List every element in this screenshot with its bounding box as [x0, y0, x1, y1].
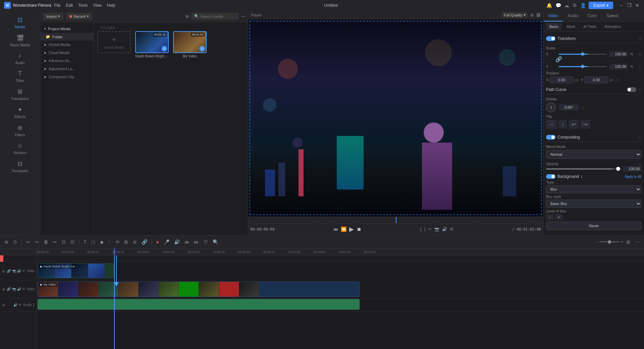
scale-y-value[interactable] [609, 64, 628, 69]
opacity-diamond[interactable]: ◇ [638, 161, 641, 166]
audio1-eye-icon[interactable]: 👁 [18, 303, 22, 307]
track-video1-add[interactable]: ⊕ [2, 287, 5, 292]
track2-vol-icon[interactable]: 🔊 [17, 269, 21, 273]
link-button[interactable]: 🔗 [140, 238, 149, 246]
import-thumb[interactable]: + Import Media [97, 31, 131, 53]
blend-mode-select[interactable]: Normal Dissolve Multiply Screen Overlay [546, 150, 641, 159]
scale-y-diamond[interactable]: ◇ [638, 64, 641, 69]
audio1-vol-icon[interactable]: 🔊 [13, 303, 17, 307]
maximize-button[interactable]: ❐ [627, 3, 632, 8]
speed-button[interactable]: ⏱ [202, 238, 210, 246]
rotate-dial[interactable] [546, 102, 556, 112]
trim-button[interactable]: ⊞ [122, 238, 130, 246]
crop-button[interactable]: ◻ [90, 238, 97, 246]
tab-titles[interactable]: T Titles [0, 67, 40, 85]
sidebar-item-compound-clip[interactable]: ▶ Compound Clip [40, 73, 94, 81]
import-button[interactable]: Import ▾ [43, 13, 63, 20]
record-voice-button[interactable]: 🎤 [162, 238, 171, 246]
scale-x-slider[interactable] [559, 54, 606, 55]
transform-toggle[interactable] [546, 36, 555, 41]
delete-button[interactable]: 🗑 [42, 238, 50, 246]
undo-button[interactable]: ↩ [24, 238, 32, 246]
track-row-video1[interactable]: ▶ My Video [37, 280, 644, 298]
menu-edit[interactable]: Edit [66, 3, 73, 8]
sidebar-item-cloud-media[interactable]: ▶ Cloud Media [40, 49, 94, 57]
tab-templates[interactable]: ⊟ Templates [0, 157, 40, 176]
bokeh-thumb[interactable]: 00:00:15 ✓ [135, 31, 169, 53]
opacity-value[interactable] [623, 166, 641, 171]
snapshot-icon[interactable]: 📷 [434, 227, 439, 232]
reset-button[interactable]: Reset [546, 221, 641, 230]
zoom-out-tl-button[interactable]: 🔍 [211, 238, 220, 246]
transform-diamond[interactable]: ◇ [638, 36, 641, 41]
mark-in-icon[interactable]: { [420, 227, 422, 232]
zoom-minus-icon[interactable]: − [596, 240, 598, 244]
track-row-audio1[interactable] [37, 298, 644, 312]
apply-all-button[interactable]: Apply to All [625, 175, 641, 179]
audio1-add[interactable]: ⊕ [2, 303, 5, 307]
path-curve-diamond[interactable]: ◇ [638, 87, 641, 92]
menu-help[interactable]: Help [107, 3, 115, 8]
track1-vol-icon[interactable]: 🔊 [17, 287, 21, 291]
tab-stickers[interactable]: ☺ Stickers [0, 140, 40, 157]
paste-button[interactable]: ⊟ [69, 238, 76, 246]
compositing-diamond[interactable]: ◇ [638, 135, 641, 140]
media-item-myvideo[interactable]: 00:01:02 ✓ My Video [172, 31, 208, 58]
track2-eye-icon[interactable]: 👁 [22, 269, 25, 273]
menu-view[interactable]: View [93, 3, 102, 8]
zoom-plus-icon[interactable]: + [621, 240, 623, 244]
pos-x-input[interactable] [550, 77, 573, 83]
pos-y-input[interactable] [585, 77, 608, 83]
flip-r90-button[interactable]: ↩ [569, 120, 579, 129]
menu-tools[interactable]: Tools [78, 3, 88, 8]
play-button[interactable]: ▶ [349, 226, 354, 233]
import-media-item[interactable]: + Import Media [97, 31, 132, 58]
myvideo-thumb[interactable]: 00:01:02 ✓ [173, 31, 207, 53]
filter-icon[interactable]: ⊞ [185, 14, 189, 19]
path-curve-toggle-btn[interactable] [627, 87, 636, 92]
video1-clip[interactable]: ▶ My Video [38, 282, 360, 297]
audio1-clip[interactable] [38, 299, 360, 310]
snap-button[interactable]: ⊙ [11, 238, 19, 246]
copy-button[interactable]: ⊡ [60, 238, 67, 246]
rotate-diamond[interactable]: ◇ [582, 105, 585, 110]
layout-button[interactable]: ⊞ [625, 238, 632, 246]
scale-x-diamond[interactable]: ◇ [638, 52, 641, 56]
search-input[interactable] [200, 14, 237, 18]
rotate-value-input[interactable] [559, 104, 579, 110]
tab-filters[interactable]: ⊛ Filters [0, 121, 40, 140]
tab-audio[interactable]: Audio [563, 11, 583, 21]
prev-clip-button[interactable]: ⏮ [183, 238, 191, 246]
record-button[interactable]: Record ▾ [66, 13, 92, 20]
subtab-mask[interactable]: Mask [563, 23, 579, 30]
track-row-video2[interactable]: ▶ Depth Bokeh Bright Sat [37, 262, 644, 280]
tab-audio[interactable]: ♪ Audio [0, 50, 40, 67]
preview-grid-icon[interactable]: ⊞ [530, 13, 534, 17]
ripple-button[interactable]: ⟲ [114, 238, 121, 246]
zoom-slider[interactable] [599, 241, 620, 242]
flip-h-button[interactable]: ↔ [546, 120, 557, 129]
tab-video[interactable]: Video [543, 11, 563, 21]
blur-level-plus[interactable]: + [555, 214, 562, 220]
position-diamond[interactable]: ◇ [616, 78, 619, 82]
stop-button[interactable]: ⏹ [357, 227, 361, 232]
sidebar-item-project-media[interactable]: ▾ Project Media [40, 25, 94, 33]
search-box[interactable]: 🔍 [192, 13, 238, 20]
opacity-slider[interactable] [546, 168, 620, 169]
flip-l90-button[interactable]: ↪ [581, 120, 590, 129]
scale-x-value[interactable] [609, 51, 628, 57]
mark-out-icon[interactable]: } [424, 227, 426, 232]
menu-file[interactable]: File [54, 3, 60, 8]
track1-eye-icon[interactable]: 👁 [22, 287, 25, 291]
track2-cam-icon[interactable]: 📷 [12, 269, 16, 273]
more-tl-button[interactable]: ⋯ [633, 238, 641, 246]
preview-photo-icon[interactable]: 🖼 [536, 13, 540, 17]
media-item-bokeh[interactable]: 00:00:15 ✓ Depth Bokeh Bright Sat [135, 31, 170, 58]
text-button[interactable]: T [82, 238, 88, 246]
tab-speed[interactable]: Speed [602, 11, 623, 21]
export-button[interactable]: Export ▾ [589, 2, 613, 9]
flip-v-button[interactable]: ↕ [559, 120, 567, 129]
tab-effects[interactable]: ✦ Effects [0, 103, 40, 121]
track-video2-add[interactable]: ⊕ [2, 269, 5, 273]
tab-transitions[interactable]: ⊞ Transitions [0, 85, 40, 103]
